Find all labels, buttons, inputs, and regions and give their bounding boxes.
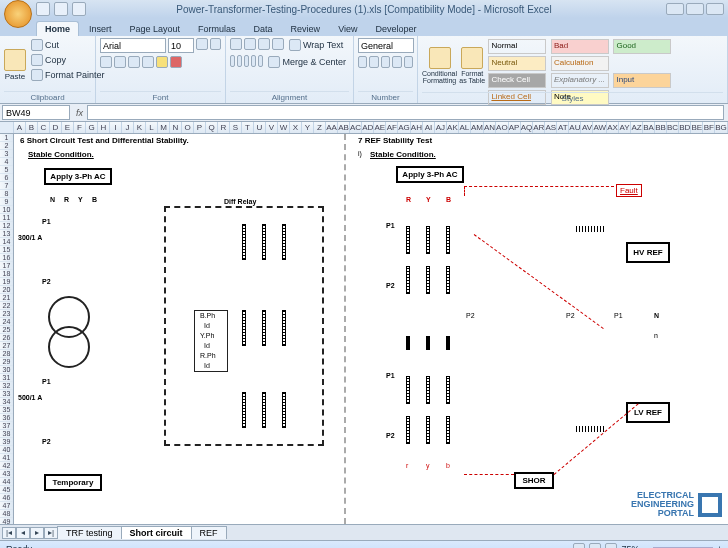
sheet-tab-ref[interactable]: REF bbox=[191, 526, 227, 539]
col-header[interactable]: AB bbox=[338, 122, 350, 133]
style-good[interactable]: Good bbox=[613, 39, 671, 54]
row-header[interactable]: 38 bbox=[0, 430, 13, 438]
dec-decimal-icon[interactable] bbox=[404, 56, 413, 68]
col-header[interactable]: AQ bbox=[521, 122, 534, 133]
style-neutral[interactable]: Neutral bbox=[488, 56, 546, 71]
qat-undo-icon[interactable] bbox=[54, 2, 68, 16]
number-format-select[interactable] bbox=[358, 38, 414, 53]
office-button[interactable] bbox=[4, 0, 32, 28]
align-middle-icon[interactable] bbox=[244, 38, 256, 50]
col-header[interactable]: A bbox=[14, 122, 26, 133]
tab-page-layout[interactable]: Page Layout bbox=[122, 22, 189, 36]
col-header[interactable]: AX bbox=[607, 122, 619, 133]
name-box[interactable]: BW49 bbox=[2, 105, 70, 120]
col-header[interactable]: AL bbox=[459, 122, 471, 133]
col-header[interactable]: AN bbox=[484, 122, 496, 133]
merge-center-button[interactable]: Merge & Center bbox=[265, 55, 349, 69]
zoom-in-button[interactable]: + bbox=[717, 544, 722, 549]
col-header[interactable]: AE bbox=[374, 122, 386, 133]
col-header[interactable]: M bbox=[158, 122, 170, 133]
fill-color-icon[interactable] bbox=[156, 56, 168, 68]
row-header[interactable]: 31 bbox=[0, 374, 13, 382]
row-header[interactable]: 23 bbox=[0, 310, 13, 318]
font-size-select[interactable] bbox=[168, 38, 194, 53]
font-name-select[interactable] bbox=[100, 38, 166, 53]
row-header[interactable]: 28 bbox=[0, 350, 13, 358]
tab-insert[interactable]: Insert bbox=[81, 22, 120, 36]
grow-font-icon[interactable] bbox=[196, 38, 208, 50]
select-all-corner[interactable] bbox=[0, 122, 14, 133]
row-header[interactable]: 44 bbox=[0, 478, 13, 486]
orientation-icon[interactable] bbox=[272, 38, 284, 50]
row-header[interactable]: 21 bbox=[0, 294, 13, 302]
col-header[interactable]: F bbox=[74, 122, 86, 133]
shrink-font-icon[interactable] bbox=[210, 38, 222, 50]
currency-icon[interactable] bbox=[358, 56, 367, 68]
row-header[interactable]: 25 bbox=[0, 326, 13, 334]
col-header[interactable]: BG bbox=[715, 122, 728, 133]
row-header[interactable]: 45 bbox=[0, 486, 13, 494]
row-header[interactable]: 36 bbox=[0, 414, 13, 422]
col-header[interactable]: AO bbox=[496, 122, 509, 133]
row-header[interactable]: 20 bbox=[0, 286, 13, 294]
col-header[interactable]: E bbox=[62, 122, 74, 133]
col-header[interactable]: BE bbox=[691, 122, 703, 133]
tab-nav-last[interactable]: ▸| bbox=[44, 527, 58, 539]
tab-data[interactable]: Data bbox=[246, 22, 281, 36]
col-header[interactable]: C bbox=[38, 122, 50, 133]
row-header[interactable]: 18 bbox=[0, 270, 13, 278]
align-center-icon[interactable] bbox=[237, 55, 242, 67]
row-header[interactable]: 9 bbox=[0, 198, 13, 206]
row-header[interactable]: 14 bbox=[0, 238, 13, 246]
font-color-icon[interactable] bbox=[170, 56, 182, 68]
inc-decimal-icon[interactable] bbox=[392, 56, 401, 68]
col-header[interactable]: S bbox=[230, 122, 242, 133]
col-header[interactable]: AS bbox=[545, 122, 557, 133]
col-header[interactable]: AU bbox=[569, 122, 581, 133]
col-header[interactable]: AH bbox=[411, 122, 423, 133]
col-header[interactable]: Z bbox=[314, 122, 326, 133]
maximize-button[interactable] bbox=[686, 3, 704, 15]
col-header[interactable]: AA bbox=[326, 122, 338, 133]
row-header[interactable]: 16 bbox=[0, 254, 13, 262]
style-explanatory[interactable]: Explanatory ... bbox=[551, 73, 609, 88]
col-header[interactable]: B bbox=[26, 122, 38, 133]
row-header[interactable]: 7 bbox=[0, 182, 13, 190]
col-header[interactable]: Y bbox=[302, 122, 314, 133]
italic-icon[interactable] bbox=[114, 56, 126, 68]
row-header[interactable]: 37 bbox=[0, 422, 13, 430]
col-header[interactable]: R bbox=[218, 122, 230, 133]
style-bad[interactable]: Bad bbox=[551, 39, 609, 54]
row-header[interactable]: 2 bbox=[0, 142, 13, 150]
col-header[interactable]: AY bbox=[619, 122, 631, 133]
paste-button[interactable]: Paste bbox=[4, 38, 26, 91]
border-icon[interactable] bbox=[142, 56, 154, 68]
comma-icon[interactable] bbox=[381, 56, 390, 68]
col-header[interactable]: N bbox=[170, 122, 182, 133]
view-break-icon[interactable] bbox=[605, 543, 617, 549]
minimize-button[interactable] bbox=[666, 3, 684, 15]
row-header[interactable]: 40 bbox=[0, 446, 13, 454]
row-header[interactable]: 47 bbox=[0, 502, 13, 510]
col-header[interactable]: AF bbox=[386, 122, 398, 133]
close-button[interactable] bbox=[706, 3, 724, 15]
zoom-out-button[interactable]: − bbox=[643, 544, 648, 549]
col-header[interactable]: W bbox=[278, 122, 290, 133]
row-header[interactable]: 6 bbox=[0, 174, 13, 182]
style-input[interactable]: Input bbox=[613, 73, 671, 88]
row-header[interactable]: 15 bbox=[0, 246, 13, 254]
row-header[interactable]: 43 bbox=[0, 470, 13, 478]
col-header[interactable]: AC bbox=[350, 122, 362, 133]
row-header[interactable]: 42 bbox=[0, 462, 13, 470]
indent-dec-icon[interactable] bbox=[251, 55, 256, 67]
style-calculation[interactable]: Calculation bbox=[551, 56, 609, 71]
row-header[interactable]: 34 bbox=[0, 398, 13, 406]
col-header[interactable]: O bbox=[182, 122, 194, 133]
row-header[interactable]: 46 bbox=[0, 494, 13, 502]
row-header[interactable]: 13 bbox=[0, 230, 13, 238]
col-header[interactable]: AD bbox=[362, 122, 374, 133]
col-header[interactable]: BB bbox=[655, 122, 667, 133]
view-layout-icon[interactable] bbox=[589, 543, 601, 549]
row-header[interactable]: 29 bbox=[0, 358, 13, 366]
row-header[interactable]: 32 bbox=[0, 382, 13, 390]
